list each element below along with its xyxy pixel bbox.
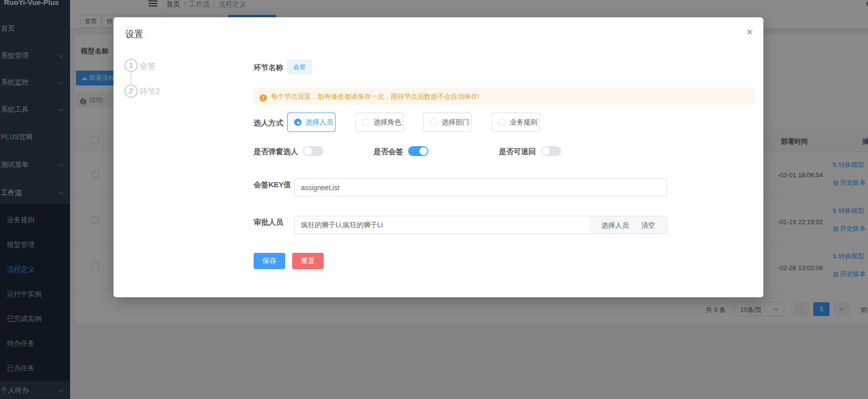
- approver-label: 审批人员: [254, 218, 283, 227]
- node-name-tag: 会签: [287, 60, 312, 74]
- radio-icon: [294, 119, 302, 126]
- returnable-label: 是否可退回: [499, 147, 536, 157]
- select-person-button[interactable]: 选择人员: [602, 221, 629, 229]
- countersign-toggle[interactable]: [408, 146, 428, 156]
- warning-icon: !: [260, 94, 267, 102]
- close-icon[interactable]: ✕: [746, 27, 753, 38]
- radio-select-person[interactable]: 选择人员: [287, 113, 336, 132]
- settings-dialog: 设置 ✕ 1 会签 2 环节2 环节名称 会签 !每个节点设置，如有修改都请保存…: [113, 17, 763, 297]
- radio-select-dept[interactable]: 选择部门: [423, 113, 472, 132]
- radio-icon: [498, 119, 506, 126]
- reset-button[interactable]: 重置: [292, 253, 324, 269]
- select-mode-label: 选人方式: [254, 119, 283, 128]
- radio-icon: [430, 119, 438, 126]
- approver-input-append: 选择人员 清空: [590, 216, 667, 234]
- step-1-label[interactable]: 会签: [140, 61, 155, 72]
- page-root: RuoYi-Vue-Plus 首页 系统管理 系统监控 系统工具 PLUS官网 …: [0, 0, 868, 399]
- returnable-toggle[interactable]: [541, 146, 561, 156]
- radio-select-role[interactable]: 选择角色: [355, 113, 404, 132]
- step-connector: [130, 73, 131, 83]
- radio-icon: [362, 119, 370, 126]
- clear-button[interactable]: 清空: [641, 221, 655, 229]
- step-1-circle[interactable]: 1: [124, 59, 138, 72]
- countersign-label: 是否会签: [374, 147, 403, 157]
- approver-input[interactable]: [294, 216, 590, 234]
- step-2-circle[interactable]: 2: [124, 84, 138, 98]
- popup-select-toggle[interactable]: [303, 146, 323, 156]
- countersign-key-input[interactable]: [294, 178, 667, 197]
- dialog-title: 设置: [125, 28, 143, 40]
- radio-business-rule[interactable]: 业务规则: [491, 113, 540, 132]
- node-warning-alert: !每个节点设置，如有修改都请保存一次，跳转节点后数据不会自动保存!: [254, 88, 755, 105]
- save-button[interactable]: 保存: [254, 253, 285, 269]
- step-2-label[interactable]: 环节2: [140, 87, 160, 97]
- node-name-label: 环节名称: [254, 63, 283, 73]
- popup-select-label: 是否弹窗选人: [254, 147, 298, 157]
- countersign-key-label: 会签KEY值: [254, 180, 291, 190]
